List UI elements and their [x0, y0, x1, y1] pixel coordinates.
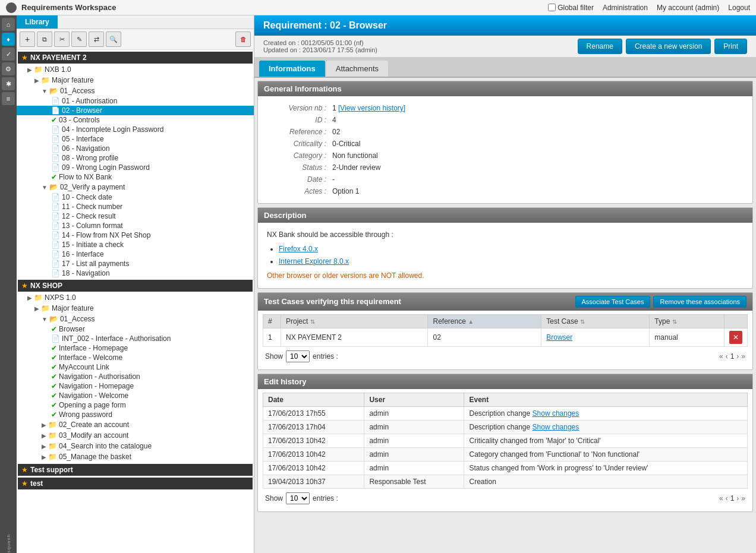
- view-version-history-link[interactable]: [View version history]: [338, 104, 405, 112]
- description-warning: Other browser or older versions are NOT …: [267, 270, 744, 282]
- list-item[interactable]: 📄 13 - Column format: [17, 221, 254, 230]
- rename-button[interactable]: Rename: [578, 39, 622, 54]
- list-item[interactable]: ✔ Interface - Welcome: [17, 353, 254, 362]
- project-nx-shop[interactable]: ★ NX SHOP: [18, 280, 253, 292]
- delete-button[interactable]: 🗑: [235, 31, 251, 47]
- folder-01-access[interactable]: ▼ 📂 01_Access: [17, 86, 254, 96]
- requirement-header: Requirement : 02 - Browser: [254, 15, 756, 36]
- folder-shop-01-access[interactable]: ▼ 📂 01_Access: [17, 314, 254, 324]
- show-changes-link-2[interactable]: Show changes: [533, 423, 579, 431]
- delete-row-button[interactable]: ✕: [729, 331, 742, 344]
- list-item[interactable]: ✔ Navigation - Homepage: [17, 381, 254, 391]
- history-row: 17/06/2013 17h55 admin Description chang…: [263, 406, 748, 420]
- list-item[interactable]: 📄 05 - Interface: [17, 134, 254, 144]
- list-item[interactable]: 📄 12 - Check result: [17, 211, 254, 221]
- folder-create-account[interactable]: ▶ 📁 02_Create an account: [17, 419, 254, 430]
- last-page-btn[interactable]: »: [741, 352, 745, 361]
- list-item[interactable]: 📄 09 - Wrong Login Password: [17, 163, 254, 172]
- list-item[interactable]: ✔ Opening a page form: [17, 400, 254, 410]
- folder-manage-basket[interactable]: ▶ 📁 05_Manage the basket: [17, 451, 254, 462]
- folder-search-catalogue[interactable]: ▶ 📁 04_Search into the catalogue: [17, 441, 254, 451]
- list-item[interactable]: 📄 15 - Initiate a check: [17, 240, 254, 249]
- create-version-button[interactable]: Create a new version: [626, 39, 711, 54]
- browser-testcase-link[interactable]: Browser: [546, 333, 572, 342]
- copy-button[interactable]: ⧉: [37, 31, 52, 47]
- history-next-page[interactable]: ›: [736, 494, 739, 503]
- table-row: 1 NX PAYEMENT 2 02 Browser manual ✕: [263, 328, 748, 346]
- sidebar-icon-bug[interactable]: ✱: [2, 77, 15, 90]
- list-item[interactable]: ✔ Navigation - Welcome: [17, 391, 254, 400]
- sidebar-icon-home[interactable]: ⌂: [2, 18, 15, 31]
- list-item[interactable]: 📄 04 - Incomplete Login Password: [17, 125, 254, 134]
- list-item[interactable]: ✔ Browser: [17, 324, 254, 334]
- history-prev-page[interactable]: ‹: [726, 494, 728, 503]
- list-item[interactable]: 📄 16 - Interface: [17, 249, 254, 259]
- folder-modify-account[interactable]: ▶ 📁 03_Modify an account: [17, 430, 254, 441]
- list-item[interactable]: 📄 INT_002 - Interface - Authorisation: [17, 334, 254, 343]
- history-row: 17/06/2013 10h42 admin Criticality chang…: [263, 434, 748, 447]
- list-item[interactable]: ✔ Interface - Homepage: [17, 343, 254, 353]
- list-item[interactable]: ✔ Wrong password: [17, 410, 254, 419]
- list-item[interactable]: ✔ 03 - Controls: [17, 115, 254, 125]
- edit-button[interactable]: ✎: [71, 31, 87, 47]
- list-item[interactable]: 📄 08 - Wrong profile: [17, 153, 254, 163]
- ie-link[interactable]: Internet Explorer 8.0.x: [279, 257, 349, 266]
- history-row: 17/06/2013 17h04 admin Description chang…: [263, 420, 748, 434]
- cut-button[interactable]: ✂: [54, 31, 70, 47]
- project-label: NX PAYEMENT 2: [30, 53, 87, 62]
- sidebar-icon-check[interactable]: ✓: [2, 48, 15, 61]
- list-item[interactable]: ✔ Flow to NX Bank: [17, 172, 254, 182]
- show-label-history: Show: [265, 494, 283, 503]
- description-section: Description NX Bank should be accessible…: [257, 207, 753, 289]
- folder-nxb[interactable]: ▶ 📁 NXB 1.0: [17, 64, 254, 75]
- list-item[interactable]: ✔ MyAccount Link: [17, 362, 254, 372]
- folder-nxps-major[interactable]: ▶ 📁 Major feature: [17, 303, 254, 314]
- project-label: NX SHOP: [30, 282, 62, 290]
- project-nx-payement[interactable]: ★ NX PAYEMENT 2: [18, 52, 253, 64]
- history-last-page[interactable]: »: [741, 494, 745, 503]
- folder-nxps[interactable]: ▶ 📁 NXPS 1.0: [17, 292, 254, 303]
- list-item[interactable]: 📄 01 - Authorisation: [17, 96, 254, 106]
- first-page-btn[interactable]: «: [719, 352, 723, 361]
- list-item[interactable]: 📄 06 - Navigation: [17, 144, 254, 153]
- edit-history-section: Edit history Date User Event: [257, 374, 753, 512]
- list-item[interactable]: ✔ Navigation - Authorisation: [17, 372, 254, 381]
- library-tab[interactable]: Library: [17, 15, 58, 29]
- requirement-meta-bar: Created on : 0012/05/05 01:00 (nf) Updat…: [254, 36, 756, 58]
- administration-link[interactable]: Administration: [603, 4, 648, 12]
- show-changes-link-1[interactable]: Show changes: [533, 409, 579, 418]
- search-button[interactable]: 🔍: [106, 31, 121, 47]
- logout-link[interactable]: Logout: [728, 4, 750, 12]
- project-test-support[interactable]: ★ Test support: [18, 464, 253, 476]
- move-button[interactable]: ⇄: [89, 31, 104, 47]
- my-account-link[interactable]: My account (admin): [657, 4, 719, 12]
- tab-attachments[interactable]: Attachments: [326, 61, 388, 77]
- app-logo: [6, 2, 17, 13]
- history-first-page[interactable]: «: [719, 494, 723, 503]
- print-button[interactable]: Print: [714, 39, 747, 54]
- per-page-select[interactable]: 10 25 50: [286, 350, 310, 362]
- section-header: General Informations: [258, 81, 752, 96]
- list-item[interactable]: 📄 14 - Flow from NX Pet Shop: [17, 230, 254, 240]
- add-button[interactable]: +: [20, 31, 35, 47]
- firefox-link[interactable]: Firefox 4.0.x: [279, 245, 318, 253]
- folder-02-verify[interactable]: ▼ 📂 02_Verify a payment: [17, 182, 254, 192]
- list-item[interactable]: 📄 11 - Check number: [17, 202, 254, 211]
- sidebar-icon-gear[interactable]: ⚙: [2, 62, 15, 75]
- global-filter-checkbox[interactable]: Global filter: [548, 4, 594, 12]
- edit-history-header: Edit history: [258, 374, 752, 389]
- list-item[interactable]: 📄 10 - Check date: [17, 192, 254, 202]
- next-page-btn[interactable]: ›: [736, 352, 739, 361]
- sidebar-icon-users[interactable]: ♦: [2, 33, 15, 46]
- list-item[interactable]: 📄 18 - Navigation: [17, 268, 254, 278]
- associate-test-cases-button[interactable]: Associate Test Cases: [575, 296, 651, 308]
- remove-associations-button[interactable]: Remove these associations: [653, 296, 746, 308]
- sidebar-icon-settings[interactable]: ≡: [2, 92, 15, 105]
- history-per-page-select[interactable]: 10 25 50: [286, 492, 310, 504]
- folder-major-feature[interactable]: ▶ 📁 Major feature: [17, 75, 254, 86]
- prev-page-btn[interactable]: ‹: [726, 352, 728, 361]
- tab-informations[interactable]: Informations: [259, 61, 325, 77]
- list-item[interactable]: 📄 17 - List all payments: [17, 259, 254, 268]
- project-test[interactable]: ★ test: [18, 478, 253, 489]
- list-item-browser-selected[interactable]: 📄 02 - Browser: [17, 106, 254, 115]
